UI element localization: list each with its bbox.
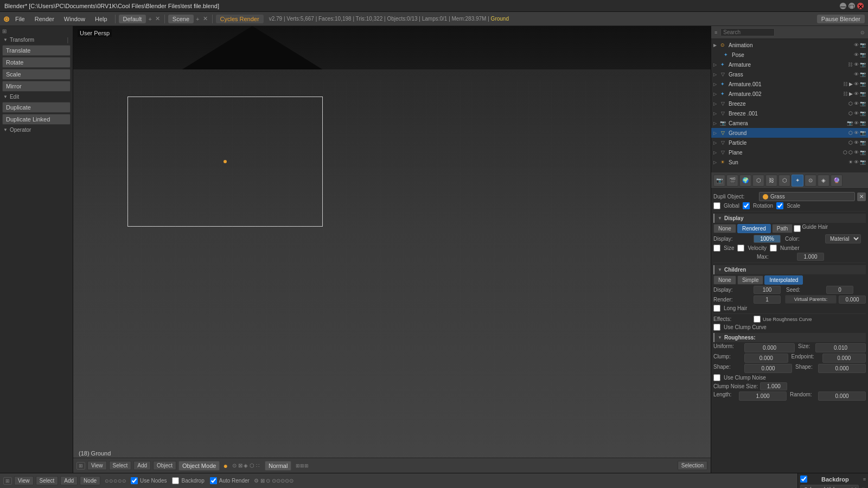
render-visible-icon[interactable]: 📷 [860, 72, 866, 77]
workspace-selector[interactable]: Default [119, 15, 146, 23]
node-node-btn[interactable]: Node [80, 476, 100, 485]
backdrop-enable-checkbox[interactable] [800, 476, 807, 483]
remove-scene[interactable]: ✕ [202, 15, 209, 22]
use-nodes-checkbox[interactable] [131, 477, 138, 484]
prop-icon-object[interactable]: ⬡ [752, 175, 764, 187]
children-tab-none[interactable]: None [713, 275, 736, 285]
random-value[interactable]: 0.000 [818, 391, 866, 401]
outliner-item-plane[interactable]: ▷ ▽ Plane ⬡ ⬡ 👁 📷 [711, 147, 868, 157]
visibility-icon[interactable]: 👁 [854, 101, 859, 106]
render-visible-icon[interactable]: 📷 [860, 140, 866, 145]
add-workspace[interactable]: + [147, 16, 152, 22]
node-view-btn[interactable]: View [14, 476, 34, 485]
outliner-item-armature002[interactable]: ▷ ✦ Armature.002 ⛓ ▶ 👁 📷 [711, 89, 868, 99]
roughness-section[interactable]: Roughness: [713, 333, 866, 342]
seed-value[interactable]: 0 [826, 286, 853, 294]
render-visible-icon[interactable]: 📷 [860, 150, 866, 155]
vp-shading-selector[interactable]: Normal [265, 461, 291, 471]
display-slider[interactable]: 100% [754, 235, 781, 243]
outliner-item-armature001[interactable]: ▷ ✦ Armature.001 ⛓ ▶ 👁 📷 [711, 79, 868, 89]
pause-blender[interactable]: Pause Blender [817, 15, 865, 23]
backdrop-checkbox[interactable] [172, 477, 179, 484]
visibility-icon[interactable]: 👁 [854, 72, 859, 77]
children-section[interactable]: Children [713, 265, 866, 274]
children-tab-simple[interactable]: Simple [737, 275, 764, 285]
child-display-value[interactable]: 100 [754, 286, 781, 294]
visibility-icon[interactable]: 👁 [854, 52, 859, 57]
display-tab-path[interactable]: Path [772, 224, 793, 233]
menu-render[interactable]: Render [30, 15, 59, 23]
viewport-icon[interactable]: ⊞ [76, 462, 85, 470]
prop-icon-data[interactable]: ◈ [818, 175, 829, 187]
menu-file[interactable]: File [11, 15, 29, 23]
display-tab-none[interactable]: None [713, 224, 736, 233]
endpoint-value[interactable]: 0.000 [822, 354, 866, 363]
number-checkbox[interactable] [770, 245, 777, 252]
visibility-icon[interactable]: 👁 [854, 81, 859, 87]
max-value[interactable]: 1.000 [797, 253, 824, 261]
prop-icon-world[interactable]: 🌍 [739, 175, 751, 187]
menu-window[interactable]: Window [60, 15, 90, 23]
outliner-item-breeze[interactable]: ▷ ▽ Breeze ⬡ 👁 📷 [711, 99, 868, 108]
visibility-icon[interactable]: 👁 [854, 130, 859, 136]
minimize-button[interactable]: ─ [840, 3, 846, 9]
visibility-icon[interactable]: 👁 [854, 42, 859, 48]
outliner-item-sun[interactable]: ▷ ☀ Sun ☀ 👁 📷 [711, 157, 868, 167]
clump-value[interactable]: 0.000 [744, 354, 788, 363]
use-roughness-curve-checkbox[interactable] [754, 316, 761, 323]
outliner-item-pose[interactable]: ✦ Pose 👁 📷 [711, 50, 868, 60]
render-visible-icon[interactable]: 📷 [860, 62, 866, 67]
render-visible-icon[interactable]: 📷 [860, 130, 866, 136]
size-checkbox[interactable] [713, 245, 720, 252]
vp-mode-selector[interactable]: Object Mode [178, 461, 220, 471]
prop-icon-particles[interactable]: ✦ [792, 175, 803, 187]
size-r-value[interactable]: 0.010 [815, 343, 866, 352]
render-visible-icon[interactable]: 📷 [860, 101, 866, 106]
add-scene[interactable]: + [195, 16, 200, 22]
menu-help[interactable]: Help [91, 15, 112, 23]
render-engine[interactable]: Cycles Render [216, 15, 264, 23]
rotation-checkbox[interactable] [743, 202, 750, 209]
outliner-filter-icon[interactable]: ⊙ [860, 30, 865, 35]
dupli-value[interactable]: Grass [759, 192, 855, 201]
children-tab-interpolated[interactable]: Interpolated [764, 275, 803, 285]
outliner-search[interactable] [720, 28, 775, 36]
outliner-item-breeze001[interactable]: ▷ ▽ Breeze .001 ⬡ 👁 📷 [711, 108, 868, 118]
render-visible-icon[interactable]: 📷 [860, 111, 866, 116]
backdrop-more-icon[interactable]: ≡ [863, 477, 866, 482]
render-visible-icon[interactable]: 📷 [860, 159, 866, 165]
visibility-icon[interactable]: 👁 [854, 91, 859, 97]
shape-c-value[interactable]: 0.000 [744, 364, 792, 373]
mirror-button[interactable]: Mirror [2, 81, 71, 92]
scale-button[interactable]: Scale [2, 69, 71, 80]
guide-hair-checkbox[interactable] [794, 224, 801, 233]
outliner-item-grass[interactable]: ▷ ▽ Grass 👁 📷 [711, 69, 868, 79]
scene-selector[interactable]: Scene [168, 15, 194, 23]
vp-select-btn[interactable]: Select [109, 461, 132, 470]
visibility-icon[interactable]: 👁 [854, 140, 859, 145]
visibility-icon[interactable]: 👁 [854, 111, 859, 116]
vp-object-btn[interactable]: Object [153, 461, 176, 470]
scale-checkbox[interactable] [776, 202, 783, 209]
visibility-icon[interactable]: 👁 [854, 159, 859, 165]
translate-button[interactable]: Translate [2, 45, 71, 56]
display-section[interactable]: Display [713, 214, 866, 223]
render-visible-icon[interactable]: 📷 [860, 52, 866, 57]
render-visible-icon[interactable]: 📷 [860, 42, 866, 48]
viewport-3d[interactable]: User Persp (18) Ground ⊞ View Select Add… [73, 26, 711, 473]
render-visible-icon[interactable]: 📷 [860, 120, 866, 126]
vp-add-btn[interactable]: Add [133, 461, 151, 470]
close-button[interactable]: ✕ [857, 3, 864, 9]
virtual-parents-btn[interactable]: Virtual Parents: [785, 295, 837, 304]
node-select-btn[interactable]: Select [36, 476, 59, 485]
color-alpha-selector[interactable]: Color and Alpha [800, 485, 859, 488]
render-visible-icon[interactable]: 📷 [860, 91, 866, 97]
prop-icon-material[interactable]: 🔮 [831, 175, 843, 187]
prop-icon-constraints[interactable]: ⛓ [765, 175, 777, 187]
auto-render-checkbox[interactable] [210, 477, 217, 484]
use-clump-noise-checkbox[interactable] [713, 374, 720, 381]
outliner-item-animation[interactable]: ▶ ⊙ Animation 👁 📷 [711, 40, 868, 50]
outliner-item-ground[interactable]: ▷ ▽ Ground ⬡ 👁 📷 [711, 128, 868, 138]
prop-icon-modifiers[interactable]: ⬡ [778, 175, 790, 187]
global-checkbox[interactable] [713, 202, 720, 209]
